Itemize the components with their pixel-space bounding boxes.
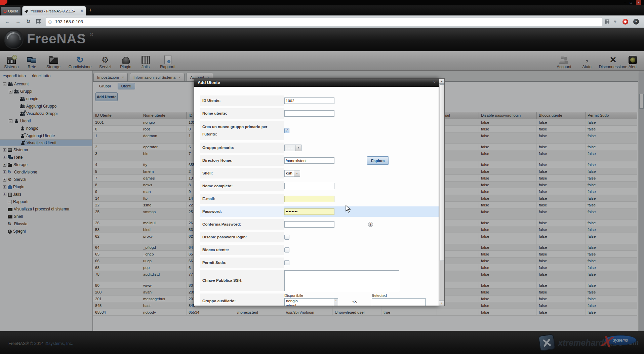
move-left-button[interactable]: << <box>338 293 372 304</box>
password-input[interactable]: •••••••• <box>284 208 334 215</box>
shell-select[interactable]: csh▼ <box>284 170 300 177</box>
field-label: Shell: <box>200 168 284 179</box>
dialog-close-icon[interactable]: × <box>433 80 436 85</box>
speed-dial-icon[interactable] <box>36 19 41 24</box>
list-scrollbar-icon[interactable]: ▲ <box>334 299 338 306</box>
dialog-scrollbar-thumb[interactable] <box>440 84 444 261</box>
chiave-pubblica-ssh-textarea[interactable] <box>284 270 399 291</box>
window-close-button[interactable]: × <box>636 0 641 5</box>
disable-password-login-checkbox[interactable] <box>284 235 289 240</box>
input-value: •••••••• <box>286 210 298 213</box>
dialog-title: Add Utente <box>198 80 220 85</box>
dialog-scrollbar[interactable]: ▲ ▼ <box>439 78 445 306</box>
gruppo-primario-label: Gruppo primario: <box>202 144 234 152</box>
opera-turbo-icon[interactable] <box>622 19 628 25</box>
shell-label: Shell: <box>202 170 213 177</box>
gruppo-primario-select[interactable]: -----▼ <box>284 145 301 151</box>
field-label: Crea un nuovo gruppo primario per l'uten… <box>200 121 284 140</box>
field-row-chiave-pubblica-ssh: Chiave Pubblica SSH: <box>200 270 439 291</box>
e-mail-input[interactable] <box>284 196 334 202</box>
field-label: E-mail: <box>200 194 284 204</box>
field-row-disable-password-login: Disable password login: <box>200 232 439 242</box>
field-label: Permit Sudo: <box>200 258 284 268</box>
field-label: Directory Home: <box>200 155 284 166</box>
field-row-gruppo-ausiliario: Gruppo ausiliario:Disponibilenongiowheel… <box>200 293 439 306</box>
chiave-pubblica-ssh-label: Chiave Pubblica SSH: <box>202 277 243 284</box>
field-row-gruppo-primario: Gruppo primario:-----▼ <box>200 143 439 153</box>
nome-utente-input[interactable] <box>284 110 334 117</box>
crea-un-nuovo-gruppo-primario-per-l-utente-checkbox[interactable]: ✓ <box>284 128 289 133</box>
field-row-conferma-password: Conferma Password:i <box>200 219 439 230</box>
nome-completo-label: Nome completo: <box>202 183 233 190</box>
blocca-utente-label: Blocca utente: <box>202 246 229 254</box>
forward-button[interactable]: → <box>15 18 21 24</box>
freenas-favicon-icon <box>25 8 30 13</box>
url-text: 192.168.0.103 <box>55 19 83 24</box>
list-item[interactable]: wheel <box>285 303 338 306</box>
directory-home-label: Directory Home: <box>202 157 232 164</box>
conferma-password-label: Conferma Password: <box>202 221 241 228</box>
input-value: 1002 <box>286 99 294 103</box>
site-badge-icon[interactable]: ⊕ <box>48 19 52 25</box>
gruppo-ausiliario-label: Gruppo ausiliario: <box>202 298 236 305</box>
tab-title: freenas - FreeNAS-9.2.1.5- <box>31 9 79 13</box>
field-label: Nome completo: <box>200 181 284 191</box>
scroll-down-icon[interactable]: ▼ <box>439 301 444 306</box>
selected-column: Selected <box>372 293 426 306</box>
field-label: Blocca utente: <box>200 245 284 255</box>
available-column: Disponibilenongiowheel▲ <box>284 293 338 306</box>
permit-sudo-label: Permit Sudo: <box>202 259 227 267</box>
e-mail-label: E-mail: <box>202 195 215 203</box>
crea-un-nuovo-gruppo-primario-per-l-utente-label: Crea un nuovo gruppo primario per l'uten… <box>202 123 279 138</box>
selected-list[interactable] <box>372 298 426 306</box>
new-tab-button[interactable]: + <box>89 7 92 13</box>
field-row-id-utente: ID Utente:1002 <box>200 95 439 106</box>
download-status-icon[interactable]: ▼ <box>633 19 639 25</box>
conferma-password-input[interactable] <box>284 221 334 228</box>
opera-menu-label: Opera <box>8 9 18 13</box>
directory-home-input[interactable]: /nonexistent <box>284 157 334 164</box>
browser-address-bar: ← → ↻ ⊕ 192.168.0.103 ♥ ▼ <box>0 15 644 28</box>
tab-close-icon[interactable]: × <box>81 9 83 13</box>
field-label: Disable password login: <box>200 232 284 242</box>
field-row-blocca-utente: Blocca utente: <box>200 245 439 255</box>
window-minimize-button[interactable]: – <box>624 0 626 5</box>
dialog-body: ID Utente:1002Nome utente:Crea un nuovo … <box>194 87 439 306</box>
field-row-shell: Shell:csh▼ <box>200 168 439 179</box>
url-field[interactable]: ⊕ 192.168.0.103 <box>46 17 602 26</box>
blocca-utente-checkbox[interactable] <box>284 247 289 252</box>
chevron-down-icon: ▼ <box>294 170 300 176</box>
field-row-permit-sudo: Permit Sudo: <box>200 258 439 268</box>
selected-label: Selected <box>372 293 426 298</box>
reload-button[interactable]: ↻ <box>26 18 31 25</box>
gruppo-ausiliario-duallist: Disponibilenongiowheel▲<<Selected <box>284 293 426 306</box>
field-row-nome-completo: Nome completo: <box>200 181 439 191</box>
nome-utente-label: Nome utente: <box>202 110 227 117</box>
esplora-button[interactable]: Esplora <box>367 156 389 165</box>
list-item[interactable]: nongio <box>285 299 338 303</box>
browser-tab[interactable]: freenas - FreeNAS-9.2.1.5- × <box>22 6 86 15</box>
available-list[interactable]: nongiowheel▲ <box>284 298 338 306</box>
browser-tab-bar: O Opera freenas - FreeNAS-9.2.1.5- × + <box>0 5 644 15</box>
permit-sudo-checkbox[interactable] <box>284 260 289 265</box>
window-maximize-button[interactable]: □ <box>630 0 632 5</box>
opera-logo-icon: O <box>3 9 7 14</box>
opera-menu-button[interactable]: O Opera <box>1 6 21 15</box>
extensions-grid-icon[interactable] <box>605 19 609 24</box>
scroll-up-icon[interactable]: ▲ <box>439 79 444 84</box>
field-row-directory-home: Directory Home:/nonexistentEsplora <box>200 155 439 166</box>
field-label: ID Utente: <box>200 95 284 106</box>
back-button[interactable]: ← <box>5 18 10 24</box>
dialog-title-bar[interactable]: Add Utente × <box>194 79 439 87</box>
add-utente-dialog: Add Utente × ID Utente:1002Nome utente:C… <box>194 78 439 306</box>
opera-red-corner-icon <box>0 0 7 5</box>
field-row-password: Password:•••••••• <box>200 206 439 217</box>
field-row-nome-utente: Nome utente: <box>200 108 439 119</box>
id-utente-label: ID Utente: <box>202 97 220 105</box>
freenas-add-user-screen: { "colors": { "accent_blue": "#2c6ca8", … <box>0 0 644 354</box>
bookmark-heart-icon[interactable]: ♥ <box>614 19 616 24</box>
nome-completo-input[interactable] <box>284 183 334 189</box>
field-label: Conferma Password: <box>200 219 284 230</box>
id-utente-input[interactable]: 1002 <box>284 97 334 104</box>
available-label: Disponibile <box>284 293 338 298</box>
